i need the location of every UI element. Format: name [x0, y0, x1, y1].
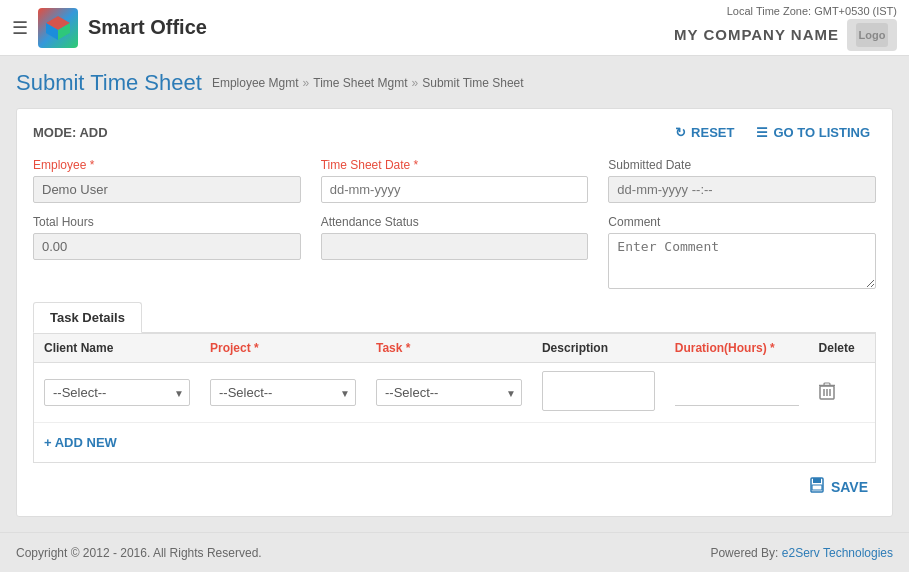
svg-rect-13 [813, 478, 821, 483]
breadcrumb-part1: Employee Mgmt [212, 76, 299, 90]
col-header-project: Project * [200, 334, 366, 363]
task-select[interactable]: --Select-- [376, 379, 522, 406]
submitted-date-label: Submitted Date [608, 158, 876, 172]
timesheet-date-input[interactable] [321, 176, 589, 203]
save-button[interactable]: SAVE [801, 473, 876, 500]
duration-input[interactable] [675, 380, 799, 406]
page-title: Submit Time Sheet [16, 70, 202, 96]
listing-label: GO TO LISTING [773, 125, 870, 140]
col-header-description: Description [532, 334, 665, 363]
add-new-button[interactable]: + ADD NEW [44, 435, 117, 450]
hamburger-menu-icon[interactable]: ☰ [12, 17, 28, 39]
task-select-wrap: --Select-- ▼ [376, 379, 522, 406]
submitted-date-input[interactable] [608, 176, 876, 203]
cell-task: --Select-- ▼ [366, 363, 532, 423]
col-header-duration: Duration(Hours) * [665, 334, 809, 363]
app-title: Smart Office [88, 16, 207, 39]
header-right: Local Time Zone: GMT+0530 (IST) MY COMPA… [674, 5, 897, 51]
tab-task-details[interactable]: Task Details [33, 302, 142, 333]
delete-row-icon[interactable] [819, 386, 835, 403]
go-to-listing-button[interactable]: ☰ GO TO LISTING [750, 121, 876, 144]
breadcrumb-sep2: » [412, 76, 419, 90]
col-header-client: Client Name [34, 334, 200, 363]
mode-label: MODE: ADD [33, 125, 108, 140]
company-name: MY COMPANY NAME [674, 26, 839, 43]
table-row: --Select-- ▼ --Select-- ▼ [34, 363, 875, 423]
employee-group: Employee * [33, 158, 301, 203]
powered-by-link[interactable]: e2Serv Technologies [782, 546, 893, 560]
timesheet-date-group: Time Sheet Date * [321, 158, 589, 203]
timezone-label: Local Time Zone: GMT+0530 (IST) [727, 5, 897, 17]
page-title-row: Submit Time Sheet Employee Mgmt » Time S… [16, 70, 893, 96]
col-header-delete: Delete [809, 334, 875, 363]
app-logo-cube [38, 8, 78, 48]
form-row-1: Employee * Time Sheet Date * Submitted D… [33, 158, 876, 203]
comment-group: Comment [608, 215, 876, 289]
save-row: SAVE [33, 463, 876, 500]
reset-icon: ↻ [675, 125, 686, 140]
cell-delete [809, 363, 875, 423]
col-header-task: Task * [366, 334, 532, 363]
toolbar-buttons: ↻ RESET ☰ GO TO LISTING [669, 121, 876, 144]
reset-button[interactable]: ↻ RESET [669, 121, 740, 144]
main-card: MODE: ADD ↻ RESET ☰ GO TO LISTING Employ… [16, 108, 893, 517]
breadcrumb-part3: Submit Time Sheet [422, 76, 523, 90]
attendance-status-group: Attendance Status [321, 215, 589, 289]
employee-input[interactable] [33, 176, 301, 203]
form-row-2: Total Hours Attendance Status Comment [33, 215, 876, 289]
table-header-row: Client Name Project * Task * Description… [34, 334, 875, 363]
breadcrumb-sep1: » [303, 76, 310, 90]
company-logo: Logo [847, 19, 897, 51]
add-new-row: + ADD NEW [34, 423, 875, 462]
client-select-wrap: --Select-- ▼ [44, 379, 190, 406]
cell-description [532, 363, 665, 423]
save-label: SAVE [831, 479, 868, 495]
breadcrumb-part2: Time Sheet Mgmt [313, 76, 407, 90]
svg-rect-14 [812, 485, 822, 490]
comment-textarea[interactable] [608, 233, 876, 289]
submitted-date-group: Submitted Date [608, 158, 876, 203]
attendance-status-label: Attendance Status [321, 215, 589, 229]
client-select[interactable]: --Select-- [44, 379, 190, 406]
task-table-container: Client Name Project * Task * Description… [33, 333, 876, 463]
cell-duration [665, 363, 809, 423]
svg-text:Logo: Logo [859, 29, 886, 41]
app-header: ☰ Smart Office Local Time Zone: GMT+0530… [0, 0, 909, 56]
timesheet-date-label: Time Sheet Date * [321, 158, 589, 172]
powered-by-text: Powered By: e2Serv Technologies [710, 546, 893, 560]
task-table: Client Name Project * Task * Description… [34, 334, 875, 423]
total-hours-input[interactable] [33, 233, 301, 260]
footer: Copyright © 2012 - 2016. All Rights Rese… [0, 532, 909, 572]
attendance-status-input[interactable] [321, 233, 589, 260]
cell-client: --Select-- ▼ [34, 363, 200, 423]
tabs-row: Task Details [33, 301, 876, 333]
copyright-text: Copyright © 2012 - 2016. All Rights Rese… [16, 546, 262, 560]
employee-label: Employee * [33, 158, 301, 172]
company-row: MY COMPANY NAME Logo [674, 19, 897, 51]
reset-label: RESET [691, 125, 734, 140]
save-icon [809, 477, 825, 496]
project-select-wrap: --Select-- ▼ [210, 379, 356, 406]
listing-icon: ☰ [756, 125, 768, 140]
description-textarea[interactable] [542, 371, 655, 411]
svg-rect-11 [824, 383, 830, 386]
project-select[interactable]: --Select-- [210, 379, 356, 406]
total-hours-label: Total Hours [33, 215, 301, 229]
breadcrumb: Employee Mgmt » Time Sheet Mgmt » Submit… [212, 76, 524, 90]
cell-project: --Select-- ▼ [200, 363, 366, 423]
comment-label: Comment [608, 215, 876, 229]
header-left: ☰ Smart Office [12, 8, 207, 48]
total-hours-group: Total Hours [33, 215, 301, 289]
mode-bar: MODE: ADD ↻ RESET ☰ GO TO LISTING [33, 121, 876, 144]
page-content: Submit Time Sheet Employee Mgmt » Time S… [0, 56, 909, 532]
